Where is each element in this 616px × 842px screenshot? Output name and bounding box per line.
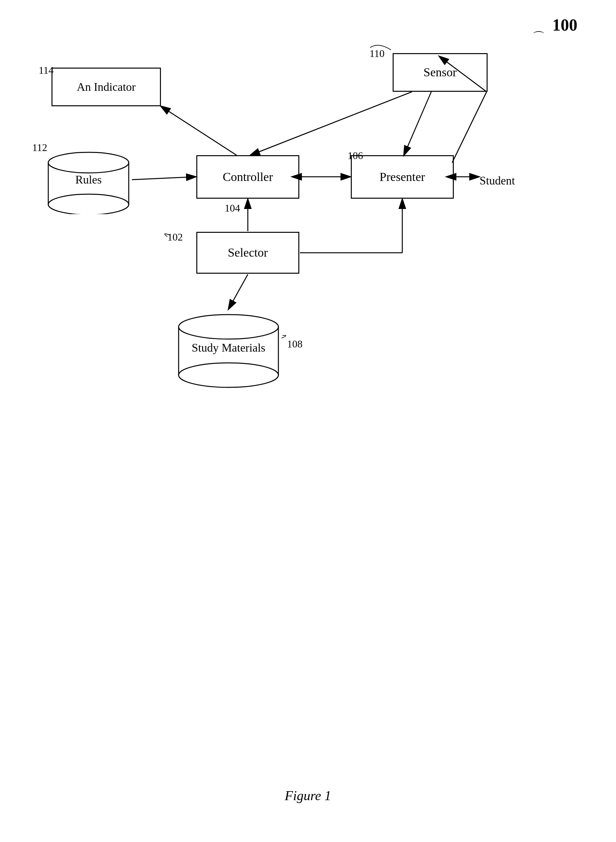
- presenter-label: Presenter: [380, 169, 425, 185]
- student-text: Student: [480, 174, 515, 187]
- arrows-layer: [0, 0, 616, 842]
- selector-box: Selector: [196, 232, 299, 274]
- sensor-label: Sensor: [424, 65, 457, 80]
- rules-cylinder: Rules: [45, 147, 132, 214]
- selector-ref: 102: [167, 231, 183, 243]
- controller-ref: 104: [224, 202, 240, 214]
- indicator-box: An Indicator: [51, 68, 161, 106]
- figure-caption: Figure 1: [285, 788, 331, 803]
- study-materials-ref: 108: [287, 338, 302, 350]
- indicator-ref: 114: [39, 65, 54, 76]
- presenter-ref: 106: [348, 150, 363, 162]
- sensor-box: Sensor: [393, 53, 488, 92]
- svg-point-4: [179, 363, 279, 387]
- svg-line-21: [229, 274, 248, 309]
- indicator-label: An Indicator: [77, 79, 136, 95]
- presenter-box: Presenter: [351, 155, 454, 199]
- figure-number-brace: ⌒: [532, 28, 545, 46]
- svg-line-12: [452, 92, 487, 163]
- rules-label: Rules: [45, 172, 132, 187]
- diagram: 100 ⌒ Sensor 110 An Indicator 114 Rules …: [0, 0, 616, 842]
- svg-line-15: [161, 106, 236, 155]
- svg-line-14: [132, 177, 196, 180]
- sensor-ref: 110: [370, 48, 384, 60]
- figure-number-label: 100: [552, 15, 577, 34]
- controller-label: Controller: [223, 169, 273, 185]
- svg-point-5: [179, 314, 279, 339]
- study-materials-label: Study Materials: [175, 340, 282, 356]
- svg-line-10: [251, 92, 412, 155]
- study-materials-cylinder: Study Materials: [175, 309, 282, 389]
- selector-label: Selector: [228, 245, 268, 260]
- controller-box: Controller: [196, 155, 299, 199]
- rules-ref: 112: [32, 142, 47, 154]
- svg-line-11: [404, 92, 431, 155]
- svg-point-1: [48, 194, 129, 214]
- svg-point-2: [48, 152, 129, 173]
